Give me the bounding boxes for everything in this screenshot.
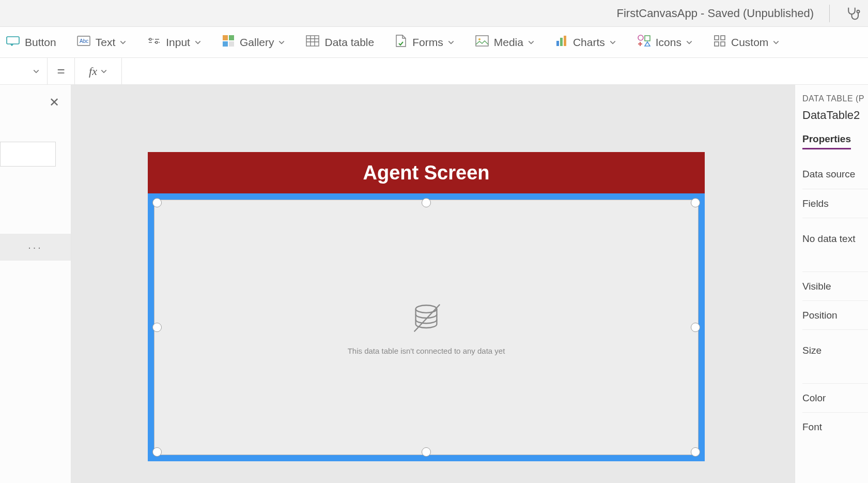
svg-point-16 bbox=[638, 35, 643, 40]
resize-handle-br[interactable] bbox=[691, 447, 700, 457]
canvas-area[interactable]: Agent Screen This data table isn't conne… bbox=[71, 85, 795, 483]
svg-rect-8 bbox=[223, 41, 228, 47]
insert-media-label: Media bbox=[494, 36, 523, 49]
insert-button-label: Button bbox=[25, 36, 56, 49]
ellipsis-icon[interactable]: ··· bbox=[28, 242, 43, 253]
close-icon[interactable]: ✕ bbox=[49, 95, 59, 110]
resize-handle-ml[interactable] bbox=[152, 323, 162, 332]
app-title: FirstCanvasApp - Saved (Unpublished) bbox=[616, 7, 814, 20]
datatable-selection[interactable]: This data table isn't connected to any d… bbox=[148, 193, 705, 461]
insert-custom-button[interactable]: Custom bbox=[714, 35, 780, 50]
fx-label: fx bbox=[89, 65, 97, 78]
button-icon bbox=[6, 35, 20, 49]
title-bar: FirstCanvasApp - Saved (Unpublished) bbox=[0, 0, 868, 27]
prop-row-size[interactable]: Size bbox=[802, 329, 868, 371]
resize-handle-tr[interactable] bbox=[691, 198, 700, 207]
chevron-down-icon bbox=[609, 39, 616, 46]
svg-rect-6 bbox=[223, 35, 228, 40]
svg-rect-17 bbox=[715, 36, 719, 40]
svg-point-5 bbox=[156, 41, 158, 43]
tree-selected-item[interactable]: ··· bbox=[0, 234, 71, 261]
custom-icon bbox=[714, 35, 726, 50]
prop-row-nodatatext[interactable]: No data text bbox=[802, 218, 868, 259]
prop-row-visible[interactable]: Visible bbox=[802, 271, 868, 300]
resize-handle-tl[interactable] bbox=[152, 198, 162, 207]
control-type-label: DATA TABLE (P bbox=[802, 94, 868, 103]
prop-label-size: Size bbox=[802, 345, 822, 356]
datatable-icon bbox=[306, 35, 319, 49]
insert-button-button[interactable]: Button bbox=[6, 35, 56, 49]
chevron-down-icon bbox=[194, 39, 202, 46]
prop-row-position[interactable]: Position bbox=[802, 300, 868, 329]
prop-row-color[interactable]: Color bbox=[802, 383, 868, 412]
prop-row-datasource[interactable]: Data source bbox=[802, 160, 868, 189]
resize-handle-mr[interactable] bbox=[691, 323, 700, 332]
svg-rect-15 bbox=[564, 36, 566, 46]
insert-gallery-button[interactable]: Gallery bbox=[222, 35, 286, 50]
insert-input-button[interactable]: Input bbox=[147, 35, 202, 49]
chevron-down-icon bbox=[528, 39, 535, 46]
insert-forms-label: Forms bbox=[412, 36, 443, 49]
insert-icons-label: Icons bbox=[656, 36, 681, 49]
prop-label-visible: Visible bbox=[802, 281, 831, 292]
insert-text-button[interactable]: Abc Text bbox=[77, 36, 127, 49]
insert-charts-label: Charts bbox=[573, 36, 605, 49]
control-name-label: DataTable2 bbox=[802, 109, 868, 122]
tree-search-input[interactable] bbox=[0, 142, 56, 167]
svg-rect-10 bbox=[306, 36, 319, 46]
diagnostic-icon[interactable] bbox=[845, 6, 861, 21]
insert-charts-button[interactable]: Charts bbox=[555, 35, 616, 50]
insert-gallery-label: Gallery bbox=[240, 36, 274, 49]
svg-rect-11 bbox=[476, 36, 488, 46]
properties-pane: DATA TABLE (P DataTable2 Properties Data… bbox=[795, 85, 868, 483]
tree-view-pane: ✕ ··· bbox=[0, 85, 71, 483]
charts-icon bbox=[555, 35, 568, 50]
chevron-down-icon bbox=[278, 39, 285, 46]
resize-handle-bc[interactable] bbox=[422, 447, 431, 457]
app-screen: Agent Screen This data table isn't conne… bbox=[148, 152, 705, 461]
formula-bar: = fx bbox=[0, 58, 868, 85]
prop-row-fields[interactable]: Fields bbox=[802, 189, 868, 218]
text-icon: Abc bbox=[77, 36, 90, 49]
chevron-down-icon bbox=[447, 39, 455, 46]
resize-handle-bl[interactable] bbox=[152, 447, 162, 457]
prop-label-fields: Fields bbox=[802, 198, 829, 209]
insert-text-label: Text bbox=[96, 36, 116, 49]
insert-input-label: Input bbox=[166, 36, 190, 49]
insert-custom-label: Custom bbox=[731, 36, 768, 49]
fx-button[interactable]: fx bbox=[74, 58, 122, 84]
svg-rect-7 bbox=[229, 35, 234, 40]
svg-rect-13 bbox=[556, 41, 559, 46]
svg-rect-18 bbox=[721, 36, 725, 40]
tab-properties[interactable]: Properties bbox=[802, 133, 851, 149]
formula-input[interactable] bbox=[122, 58, 868, 84]
prop-label-datasource: Data source bbox=[802, 169, 855, 180]
insert-icons-button[interactable]: Icons bbox=[637, 35, 693, 50]
prop-row-font[interactable]: Font bbox=[802, 412, 868, 441]
forms-icon bbox=[395, 34, 407, 50]
svg-point-0 bbox=[857, 10, 860, 12]
chevron-down-icon bbox=[772, 39, 780, 46]
datatable-control[interactable]: This data table isn't connected to any d… bbox=[154, 200, 699, 455]
svg-rect-19 bbox=[715, 42, 719, 46]
chevron-down-icon bbox=[119, 39, 127, 46]
screen-title-label: Agent Screen bbox=[148, 152, 705, 193]
media-icon bbox=[475, 35, 489, 49]
svg-point-12 bbox=[478, 38, 481, 40]
property-selector[interactable] bbox=[0, 58, 48, 84]
svg-text:Abc: Abc bbox=[80, 38, 88, 44]
input-icon bbox=[147, 35, 161, 49]
insert-datatable-button[interactable]: Data table bbox=[306, 35, 374, 49]
prop-label-font: Font bbox=[802, 421, 822, 433]
svg-rect-14 bbox=[560, 38, 563, 46]
insert-media-button[interactable]: Media bbox=[475, 35, 535, 49]
resize-handle-tc[interactable] bbox=[422, 198, 431, 207]
prop-label-nodatatext: No data text bbox=[802, 233, 855, 245]
chevron-down-icon bbox=[686, 39, 693, 46]
svg-rect-9 bbox=[229, 41, 234, 47]
icons-icon bbox=[637, 35, 650, 50]
titlebar-divider bbox=[829, 5, 830, 22]
insert-forms-button[interactable]: Forms bbox=[395, 34, 455, 50]
svg-rect-20 bbox=[721, 42, 725, 46]
svg-rect-1 bbox=[7, 37, 19, 44]
